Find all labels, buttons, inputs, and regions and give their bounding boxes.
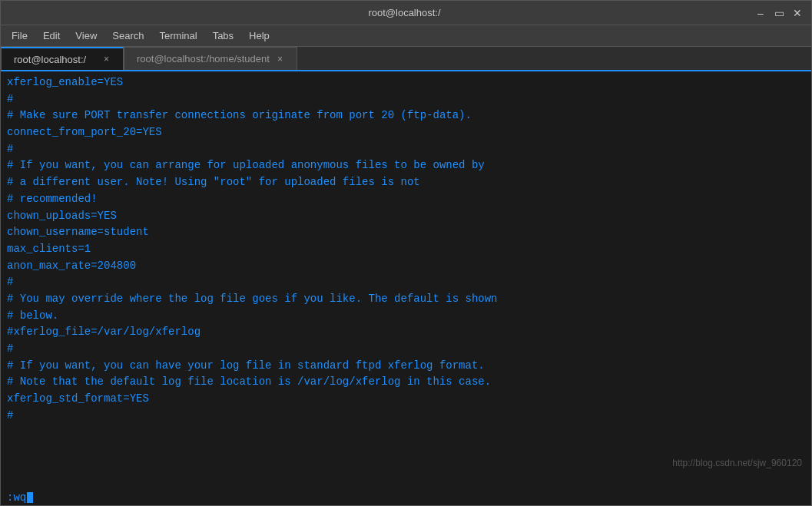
command-text: :wq — [7, 491, 26, 504]
menu-terminal[interactable]: Terminal — [152, 28, 205, 43]
code-line: # Make sure PORT transfer connections or… — [7, 107, 805, 124]
code-line: # Note that the default log file locatio… — [7, 374, 805, 391]
tab-label-1: root@localhost:/home/student — [137, 53, 270, 64]
code-line: # If you want, you can arrange for uploa… — [7, 157, 805, 174]
code-line: # You may override where the log file go… — [7, 291, 805, 308]
tab-label-0: root@localhost:/ — [14, 54, 86, 65]
menu-edit[interactable]: Edit — [35, 28, 68, 43]
tab-root-localhost[interactable]: root@localhost:/ × — [1, 47, 124, 70]
menu-search[interactable]: Search — [104, 28, 151, 43]
menu-tabs[interactable]: Tabs — [205, 28, 241, 43]
cursor — [27, 492, 33, 503]
command-line[interactable]: :wq — [1, 490, 811, 505]
code-line: # — [7, 408, 805, 425]
code-line: anon_max_rate=204800 — [7, 258, 805, 275]
code-line: xferlog_enable=YES — [7, 74, 805, 91]
menu-help[interactable]: Help — [241, 28, 277, 43]
close-button[interactable]: ✕ — [791, 7, 804, 19]
menu-view[interactable]: View — [68, 28, 104, 43]
window-title: root@localhost:/ — [55, 7, 754, 18]
tab-close-1[interactable]: × — [276, 54, 284, 64]
code-line: # — [7, 141, 805, 158]
menu-bar: File Edit View Search Terminal Tabs Help — [1, 25, 811, 47]
menu-file[interactable]: File — [4, 28, 35, 43]
code-line: chown_uploads=YES — [7, 208, 805, 225]
code-line: # — [7, 91, 805, 108]
code-line: max_clients=1 — [7, 241, 805, 258]
code-line: # a different user. Note! Using "root" f… — [7, 174, 805, 191]
terminal-window: root@localhost:/ – ▭ ✕ File Edit View Se… — [0, 0, 812, 506]
code-line: # recommended! — [7, 191, 805, 208]
terminal-content: xferlog_enable=YES## Make sure PORT tran… — [1, 71, 811, 490]
code-line: #xferlog_file=/var/log/xferlog — [7, 324, 805, 341]
tab-root-home-student[interactable]: root@localhost:/home/student × — [124, 47, 297, 70]
code-line: connect_from_port_20=YES — [7, 124, 805, 141]
title-bar: root@localhost:/ – ▭ ✕ — [1, 1, 811, 25]
maximize-button[interactable]: ▭ — [773, 7, 785, 19]
code-line: xferlog_std_format=YES — [7, 391, 805, 408]
tab-bar: root@localhost:/ × root@localhost:/home/… — [1, 47, 811, 71]
tab-close-0[interactable]: × — [102, 54, 111, 64]
minimize-button[interactable]: – — [754, 7, 767, 19]
code-line: # — [7, 341, 805, 358]
code-line: # — [7, 274, 805, 291]
code-display: xferlog_enable=YES## Make sure PORT tran… — [7, 74, 805, 424]
watermark: http://blog.csdn.net/sjw_960120 — [672, 458, 802, 468]
code-line: # If you want, you can have your log fil… — [7, 358, 805, 375]
code-line: # below. — [7, 308, 805, 325]
window-controls: – ▭ ✕ — [754, 7, 804, 19]
code-line: chown_username=student — [7, 224, 805, 241]
